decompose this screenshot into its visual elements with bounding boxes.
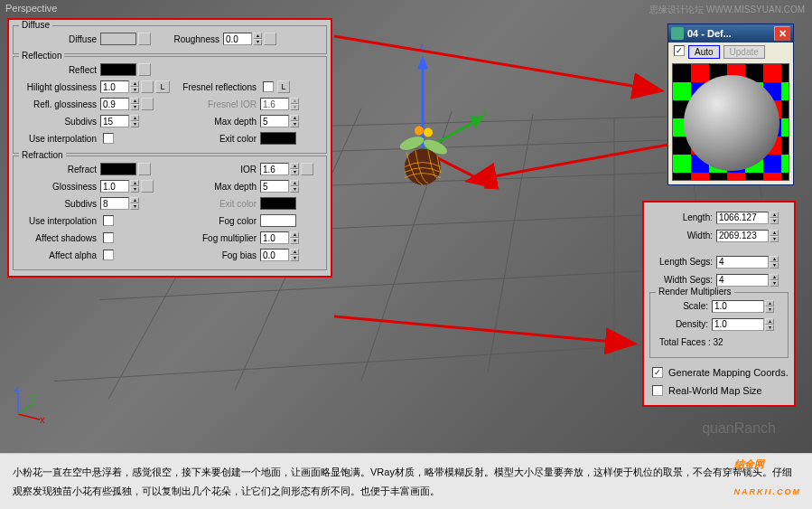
material-editor-panel: Diffuse Diffuse Roughness ▴▾ Reflection … xyxy=(7,18,332,278)
label-ior: IOR xyxy=(170,165,260,174)
spinner-fog-mult[interactable]: ▴▾ xyxy=(260,231,299,244)
spinner-length-segs[interactable]: ▴▾ xyxy=(716,256,779,269)
spinner-refl-gloss[interactable]: ▴▾ xyxy=(100,98,139,110)
caption-text: 小粉花一直在空中悬浮着，感觉很空，接下来要创建一个地面，让画面略显饱满。VRay… xyxy=(13,467,792,495)
svg-line-30 xyxy=(18,403,34,414)
label-width-segs: Width Segs: xyxy=(649,275,716,285)
close-icon[interactable]: ✕ xyxy=(774,26,790,41)
caption-bar: 小粉花一直在空中悬浮着，感觉很空，接下来要创建一个地面，让画面略显饱满。VRay… xyxy=(0,453,812,509)
material-preview-window[interactable]: 04 - Def... ✕ Auto Update xyxy=(667,24,794,185)
group-reflection: Reflection Reflect Hilight glossiness▴▾L… xyxy=(13,56,327,154)
label-refl-exitcolor: Exit color xyxy=(170,134,260,144)
swatch-refract[interactable] xyxy=(100,163,136,175)
checkbox-gen-coords[interactable] xyxy=(652,367,663,378)
label-scale: Scale: xyxy=(656,301,712,311)
spinner-ior[interactable]: ▴▾ xyxy=(260,163,299,175)
label-refract: Refract xyxy=(19,165,100,174)
label-refl-gloss: Refl. glossiness xyxy=(19,99,100,109)
spinner-refr-subdivs[interactable]: ▴▾ xyxy=(100,197,139,210)
label-hilight-gloss: Hilight glossiness xyxy=(19,82,100,92)
axis-indicator: z x y xyxy=(9,387,45,423)
checkbox-affect-shadows[interactable] xyxy=(103,232,114,243)
title-bar[interactable]: 04 - Def... ✕ xyxy=(668,24,793,42)
swatch-refl-exitcolor[interactable] xyxy=(260,132,296,145)
ghost-watermark: quanRanch xyxy=(702,420,776,437)
label-fog-mult: Fog multiplier xyxy=(170,233,260,243)
spinner-length[interactable]: ▴▾ xyxy=(716,212,779,224)
update-button[interactable]: Update xyxy=(723,45,765,59)
label-refr-exitcolor: Exit color xyxy=(170,199,260,209)
spinner-refr-maxdepth[interactable]: ▴▾ xyxy=(260,180,299,193)
checkbox-refl-interp[interactable] xyxy=(103,133,114,144)
group-title-diffuse: Diffuse xyxy=(19,20,52,30)
label-fog-bias: Fog bias xyxy=(170,250,260,260)
map-ior[interactable] xyxy=(301,163,313,175)
spinner-refr-gloss[interactable]: ▴▾ xyxy=(100,180,139,193)
checkbox-affect-alpha[interactable] xyxy=(103,250,114,260)
preview-toolbar: Auto Update xyxy=(668,42,793,61)
svg-text:x: x xyxy=(40,414,45,423)
map-button-roughness[interactable] xyxy=(264,33,276,45)
spinner-refl-maxdepth[interactable]: ▴▾ xyxy=(260,115,299,127)
map-button-diffuse[interactable] xyxy=(138,33,151,45)
spinner-width-segs[interactable]: ▴▾ xyxy=(716,274,779,287)
group-title-reflection: Reflection xyxy=(19,51,64,61)
label-length: Length: xyxy=(649,212,716,222)
map-refract[interactable] xyxy=(138,163,151,175)
label-reflect: Reflect xyxy=(19,65,100,75)
label-total-faces: Total Faces : 32 xyxy=(656,337,727,347)
label-refr-interp: Use interpolation xyxy=(19,216,100,226)
svg-text:z: z xyxy=(419,41,425,52)
label-affect-alpha: Affect alpha xyxy=(19,250,100,260)
label-refl-maxdepth: Max depth xyxy=(170,117,260,127)
swatch-reflect[interactable] xyxy=(100,63,136,76)
spinner-hilight-gloss[interactable]: ▴▾ xyxy=(100,80,139,93)
spinner-fresnel-ior: ▴▾ xyxy=(260,98,299,110)
spinner-fog-bias[interactable]: ▴▾ xyxy=(260,249,299,261)
map-button-reflect[interactable] xyxy=(138,63,151,76)
svg-point-23 xyxy=(405,149,441,185)
label-refl-interp: Use interpolation xyxy=(19,134,100,144)
svg-point-25 xyxy=(424,128,433,137)
swatch-diffuse[interactable] xyxy=(100,33,136,45)
group-title-render-mult: Render Multipliers xyxy=(656,287,734,297)
group-title-refraction: Refraction xyxy=(19,150,66,160)
checkbox-refr-interp[interactable] xyxy=(103,215,114,226)
swatch-fog-color[interactable] xyxy=(260,214,296,227)
spinner-density[interactable]: ▴▾ xyxy=(712,318,774,331)
spinner-scale[interactable]: ▴▾ xyxy=(712,300,774,313)
spinner-refl-subdivs[interactable]: ▴▾ xyxy=(100,115,139,127)
watermark-top: 思缘设计论坛 WWW.MISSYUAN.COM xyxy=(649,4,805,16)
logo-narkii: 纳金网 NARKII.COM xyxy=(734,448,802,504)
map-hilight-gloss[interactable] xyxy=(141,80,154,93)
spinner-roughness[interactable]: ▴▾ xyxy=(223,33,262,45)
label-fog-color: Fog color xyxy=(170,216,260,226)
svg-text:y: y xyxy=(31,391,36,401)
checkbox-fresnel[interactable] xyxy=(263,81,274,92)
map-refr-gloss[interactable] xyxy=(141,180,154,193)
label-roughness: Roughness xyxy=(167,34,223,44)
spinner-width[interactable]: ▴▾ xyxy=(716,230,779,242)
label-diffuse: Diffuse xyxy=(19,34,100,44)
svg-text:y: y xyxy=(482,106,488,117)
checkbox-real-world[interactable] xyxy=(652,385,663,396)
group-render-mult: Render Multipliers Scale:▴▾ Density:▴▾ T… xyxy=(649,292,789,358)
label-refl-subdivs: Subdivs xyxy=(19,117,100,127)
label-refr-maxdepth: Max depth xyxy=(170,182,260,192)
label-fresnel-ior: Fresnel IOR xyxy=(170,99,260,109)
material-sphere-preview xyxy=(672,63,789,181)
swatch-refr-exitcolor[interactable] xyxy=(260,197,296,210)
label-length-segs: Length Segs: xyxy=(649,257,716,267)
checkbox-auto[interactable] xyxy=(674,45,685,56)
label-width: Width: xyxy=(649,231,716,240)
lock-button[interactable]: L xyxy=(155,80,170,93)
viewport-label: Perspective xyxy=(5,3,57,14)
auto-button[interactable]: Auto xyxy=(688,45,720,59)
label-refr-gloss: Glossiness xyxy=(19,182,100,192)
map-refl-gloss[interactable] xyxy=(141,98,154,110)
label-fresnel: Fresnel reflections xyxy=(170,82,260,92)
fresnel-lock[interactable]: L xyxy=(277,80,290,93)
label-real-world: Real-World Map Size xyxy=(663,385,762,396)
label-density: Density: xyxy=(656,319,712,329)
svg-point-24 xyxy=(415,127,424,136)
